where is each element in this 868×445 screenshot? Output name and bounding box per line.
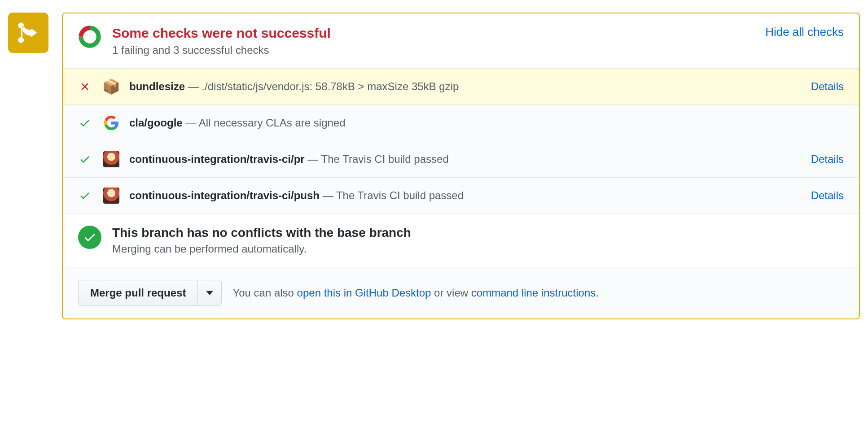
merge-conflict-status-section: This branch has no conflicts with the ba… <box>63 214 859 267</box>
check-icon <box>78 117 92 129</box>
check-row: cla/google — All necessary CLAs are sign… <box>63 105 859 141</box>
merge-success-icon <box>78 226 101 249</box>
merge-status-subtext: Merging can be performed automatically. <box>112 243 411 255</box>
checks-donut-icon <box>78 25 101 48</box>
merge-hint-suffix: . <box>596 287 599 299</box>
checks-summary-subtitle: 1 failing and 3 successful checks <box>112 44 765 57</box>
command-line-instructions-link[interactable]: command line instructions <box>471 287 596 299</box>
check-text: cla/google — All necessary CLAs are sign… <box>129 117 844 129</box>
checks-summary-title: Some checks were not successful <box>112 25 765 41</box>
check-details-link[interactable]: Details <box>811 189 844 202</box>
checks-summary-section: Some checks were not successful 1 failin… <box>63 13 859 69</box>
check-icon <box>78 153 92 165</box>
check-description: — All necessary CLAs are signed <box>183 117 346 129</box>
check-details-link[interactable]: Details <box>811 153 844 166</box>
check-name: continuous-integration/travis-ci/push <box>129 189 320 201</box>
check-description: — The Travis CI build passed <box>320 189 464 201</box>
hide-all-checks-link[interactable]: Hide all checks <box>765 25 844 39</box>
check-name: continuous-integration/travis-ci/pr <box>129 153 305 165</box>
merge-status-heading: This branch has no conflicts with the ba… <box>112 226 411 240</box>
merge-hint-prefix: You can also <box>232 287 297 299</box>
merge-status-panel: Some checks were not successful 1 failin… <box>62 13 860 319</box>
check-row: 📦bundlesize — ./dist/static/js/vendor.js… <box>63 69 859 105</box>
git-merge-icon <box>17 21 40 44</box>
check-row: continuous-integration/travis-ci/push — … <box>63 178 859 214</box>
check-icon <box>78 190 92 201</box>
check-description: — ./dist/static/js/vendor.js: 58.78kB > … <box>185 80 459 92</box>
check-details-link[interactable]: Details <box>811 80 844 93</box>
merge-hint-middle: or view <box>431 287 471 299</box>
check-avatar-package-icon: 📦 <box>102 78 120 96</box>
timeline-merge-badge <box>8 13 48 53</box>
check-name: cla/google <box>129 117 183 129</box>
open-in-desktop-link[interactable]: open this in GitHub Desktop <box>297 287 431 299</box>
caret-down-icon <box>206 291 213 295</box>
check-text: bundlesize — ./dist/static/js/vendor.js:… <box>129 80 804 93</box>
check-row: continuous-integration/travis-ci/pr — Th… <box>63 141 859 178</box>
check-description: — The Travis CI build passed <box>305 153 449 165</box>
x-icon <box>78 81 92 92</box>
merge-options-dropdown-button[interactable] <box>197 280 221 305</box>
merge-pull-request-button[interactable]: Merge pull request <box>79 280 197 305</box>
check-name: bundlesize <box>129 80 185 92</box>
check-avatar-travis-icon <box>102 187 120 205</box>
check-text: continuous-integration/travis-ci/push — … <box>129 189 804 202</box>
merge-actions-section: Merge pull request You can also open thi… <box>63 267 859 318</box>
check-avatar-google-icon <box>102 114 120 132</box>
merge-button-group: Merge pull request <box>78 280 222 306</box>
merge-hint-text: You can also open this in GitHub Desktop… <box>232 287 599 299</box>
check-text: continuous-integration/travis-ci/pr — Th… <box>129 153 804 166</box>
check-avatar-travis-icon <box>102 150 120 168</box>
